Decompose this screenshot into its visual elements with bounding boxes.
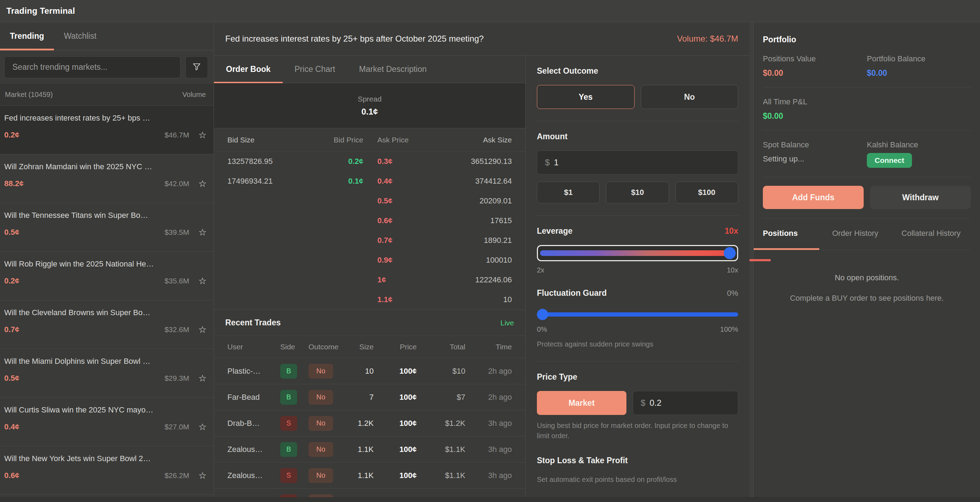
market-list-item[interactable]: Will Rob Riggle win the 2025 National He… [0,252,214,300]
market-meta-row: 0.5¢ $39.5M ☆ [4,228,207,237]
trade-side-badge: S [280,468,297,483]
favorite-star-icon[interactable]: ☆ [199,325,207,334]
horizontal-scrollbar[interactable] [0,497,980,502]
order-book-row[interactable]: 13257826.95 0.2¢ 0.3¢ 3651290.13 [214,152,525,172]
favorite-star-icon[interactable]: ☆ [199,374,207,383]
external-balances: Spot Balance Setting up... Kalshi Balanc… [763,140,971,177]
market-volume: $39.5M [165,228,189,237]
market-title: Will the Cleveland Browns win Super Bo… [4,308,207,317]
market-list-item[interactable]: Will the Tennessee Titans win Super Bo… … [0,203,214,252]
market-list-item[interactable]: Will the Cleveland Browns win Super Bo… … [0,300,214,349]
fluctuation-guard-handle[interactable] [537,309,548,320]
order-book-row[interactable]: 0.9¢ 100010 [214,250,525,270]
trade-price: 100¢ [374,471,417,480]
portfolio-tabs: Positions Order History Collateral Histo… [763,219,971,250]
leverage-slider[interactable] [537,245,738,261]
market-meta-row: 0.7¢ $32.6M ☆ [4,325,207,334]
market-order-button[interactable]: Market [537,391,627,415]
price-type-label: Price Type [537,372,738,382]
market-view-tab[interactable]: Order Book [214,56,283,83]
market-view-tab-label: Market Description [359,65,427,74]
order-book-row[interactable]: 1¢ 122246.06 [214,270,525,290]
market-list-item[interactable]: Fed increases interest rates by 25+ bps … [0,106,214,154]
empty-state-title: No open positions. [763,273,971,282]
trade-row[interactable]: Zealous… S No 1.1K 100¢ $1.1K 3h ago [214,462,525,489]
market-count-label: Market (10459) [5,91,53,99]
trade-row[interactable]: Far-Bead B No 7 100¢ $7 2h ago [214,384,525,410]
trade-row[interactable]: Drab-B… S No 1.2K 100¢ $1.2K 3h ago [214,410,525,437]
trade-time: 2h ago [465,393,512,402]
order-book-row[interactable]: 1.1¢ 10 [214,290,525,310]
trade-user: Drab-B… [228,419,280,428]
quick-amount-label: $100 [698,188,715,197]
leverage-slider-track [540,250,735,256]
outcome-button[interactable]: Yes [537,85,635,109]
market-list-item[interactable]: Will Curtis Sliwa win the 2025 NYC mayo…… [0,398,214,446]
market-list-item[interactable]: Will Zohran Mamdani win the 2025 NYC … 8… [0,154,214,203]
bid-size: 17496934.21 [228,176,309,186]
market-list-item[interactable]: Will the New York Jets win Super Bowl 2…… [0,446,214,495]
favorite-star-icon[interactable]: ☆ [199,423,207,432]
market-price: 0.6¢ [4,471,19,480]
market-volume: $29.3M [165,374,189,383]
connect-button[interactable]: Connect [867,153,912,168]
portfolio-tab[interactable]: Positions [763,219,832,249]
portfolio-tab[interactable]: Collateral History [901,219,971,249]
portfolio-tab[interactable]: Order History [832,219,902,249]
add-funds-button[interactable]: Add Funds [763,186,864,209]
favorite-star-icon[interactable]: ☆ [199,276,207,286]
ask-size: 1890.21 [437,236,512,245]
market-price: 88.2¢ [4,179,24,188]
favorite-star-icon[interactable]: ☆ [199,228,207,237]
market-list-item[interactable]: Will the Miami Dolphins win Super Bowl …… [0,349,214,398]
ask-size: 122246.06 [437,275,512,284]
quick-amount-button[interactable]: $1 [537,181,600,203]
ask-size: 374412.64 [437,176,512,186]
order-book-row[interactable]: 17496934.21 0.1¢ 0.4¢ 374412.64 [214,172,525,191]
quick-amount-button[interactable]: $100 [675,181,738,203]
favorite-star-icon[interactable]: ☆ [199,179,207,188]
spot-balance-status: Setting up... [763,154,867,164]
market-view-tab[interactable]: Price Chart [283,56,347,83]
quick-amount-button[interactable]: $10 [606,181,669,203]
fluctuation-guard-slider[interactable] [537,308,738,321]
leverage-slider-handle[interactable] [724,247,736,259]
leverage-section: Leverage 10x 2x 10x Fluctuation Guard 0% [536,216,739,362]
sidebar-tab[interactable]: Watchlist [54,22,106,50]
leverage-label: Leverage [537,226,573,236]
trade-row[interactable]: Plastic-… B No 10 100¢ $10 2h ago [214,358,525,384]
amount-input[interactable]: $ 1 [537,151,738,175]
search-input[interactable]: Search trending markets... [4,56,180,78]
market-meta-row: 0.5¢ $29.3M ☆ [4,374,207,383]
market-title: Will the Miami Dolphins win Super Bowl … [4,357,207,366]
market-meta-row: 88.2¢ $42.0M ☆ [4,179,207,188]
order-book-row[interactable]: 0.7¢ 1890.21 [214,230,525,250]
trade-row[interactable]: Zealous… B No 1.1K 100¢ $1.1K 3h ago [214,437,525,462]
market-title: Will the New York Jets win Super Bowl 2… [4,454,207,463]
sidebar-tab[interactable]: Trending [0,22,54,50]
amount-currency-prefix: $ [545,157,550,167]
market-meta-row: 0.2¢ $46.7M ☆ [4,130,207,140]
limit-price-input[interactable]: $ 0.2 [633,391,738,415]
stop-loss-caption: Set automatic exit points based on profi… [537,475,738,485]
trade-user: Plastic-… [228,367,280,376]
outcome-buttons: Yes No [537,85,738,109]
ask-size: 10 [437,295,512,304]
market-volume-total: Volume: $46.7M [677,34,738,44]
market-price: 0.5¢ [4,228,19,237]
select-outcome-label: Select Outcome [537,66,738,76]
order-book-row[interactable]: 0.5¢ 20209.01 [214,191,525,211]
market-volume: $27.0M [165,423,189,431]
market-volume: $26.2M [165,471,189,480]
withdraw-button[interactable]: Withdraw [870,186,971,209]
ask-price: 0.4¢ [370,176,438,186]
favorite-star-icon[interactable]: ☆ [199,130,207,140]
filter-button[interactable] [185,56,208,78]
trade-time: 3h ago [465,471,512,480]
col-price: Price [374,343,417,351]
all-time-pnl: $0.00 [763,111,971,121]
outcome-button[interactable]: No [641,85,738,109]
order-book-row[interactable]: 0.6¢ 17615 [214,211,525,230]
favorite-star-icon[interactable]: ☆ [199,471,207,480]
market-view-tab[interactable]: Market Description [347,56,439,83]
